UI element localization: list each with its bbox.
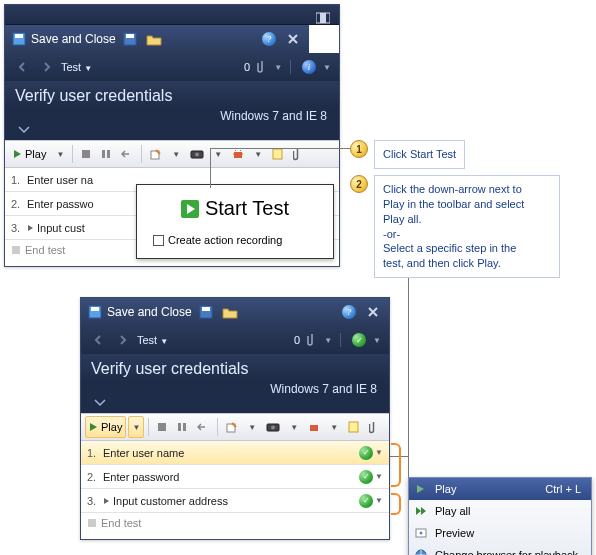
menu-item-play-all[interactable]: Play all bbox=[409, 500, 591, 522]
pause-icon[interactable] bbox=[173, 416, 191, 438]
step-counter: 0 bbox=[244, 61, 250, 73]
title-bar: Save and Close ? bbox=[5, 25, 309, 53]
test-title: Verify user credentials bbox=[91, 360, 379, 378]
prev-icon[interactable] bbox=[13, 57, 33, 77]
test-nav-bar: Test ▼ 0 ▼ ✓ ▼ bbox=[81, 326, 389, 354]
menu-item-play[interactable]: Play Ctrl + L bbox=[409, 478, 591, 500]
svg-rect-1 bbox=[320, 13, 326, 23]
stop-icon[interactable] bbox=[153, 416, 171, 438]
capture-dropdown-caret[interactable]: ▼ bbox=[286, 416, 302, 438]
menu-item-change-browser[interactable]: Change browser for playback bbox=[409, 544, 591, 555]
play-dropdown-caret[interactable]: ▼ bbox=[128, 416, 144, 438]
svg-rect-3 bbox=[15, 34, 23, 38]
note-icon[interactable] bbox=[344, 416, 363, 438]
svg-rect-7 bbox=[102, 150, 105, 158]
step-pass-icon[interactable]: ✓ bbox=[359, 446, 373, 460]
svg-point-11 bbox=[195, 153, 199, 157]
svg-rect-28 bbox=[88, 519, 96, 527]
svg-rect-14 bbox=[12, 246, 20, 254]
edit-step-icon[interactable] bbox=[222, 416, 242, 438]
test-step-row[interactable]: 2. Enter password ✓▼ bbox=[81, 465, 389, 489]
panel-toggle-icon[interactable] bbox=[313, 8, 333, 28]
test-step-row[interactable]: 3. Input customer address ✓▼ bbox=[81, 489, 389, 513]
undo-icon[interactable] bbox=[193, 416, 213, 438]
save-icon[interactable] bbox=[120, 29, 140, 49]
help-icon[interactable]: ? bbox=[259, 29, 279, 49]
note-icon[interactable] bbox=[268, 143, 287, 165]
close-icon[interactable] bbox=[363, 302, 383, 322]
svg-rect-21 bbox=[178, 423, 181, 431]
save-icon[interactable] bbox=[196, 302, 216, 322]
create-action-recording-checkbox[interactable]: Create action recording bbox=[153, 234, 317, 246]
capture-dropdown-caret[interactable]: ▼ bbox=[210, 143, 226, 165]
play-menu: Play Ctrl + L Play all Preview Change br… bbox=[408, 477, 592, 555]
attach-icon[interactable] bbox=[289, 143, 306, 165]
svg-rect-19 bbox=[202, 307, 210, 311]
step-group-brace bbox=[391, 493, 401, 515]
test-toolbar: Play ▼ ▼ ▼ ▼ bbox=[81, 413, 389, 441]
svg-rect-13 bbox=[273, 149, 282, 159]
top-nav-bar bbox=[5, 5, 339, 25]
test-dropdown[interactable]: Test ▼ bbox=[137, 334, 168, 346]
title-bar: Save and Close ? bbox=[81, 298, 389, 326]
environment-bar[interactable]: Windows 7 and IE 8 bbox=[5, 107, 339, 140]
attach-icon[interactable] bbox=[365, 416, 382, 438]
test-title: Verify user credentials bbox=[15, 87, 329, 105]
svg-point-30 bbox=[420, 532, 423, 535]
environment-bar[interactable]: Windows 7 and IE 8 bbox=[81, 380, 389, 413]
expand-icon[interactable] bbox=[27, 224, 35, 232]
preview-icon bbox=[413, 525, 429, 541]
save-close-button[interactable]: Save and Close bbox=[107, 305, 192, 319]
edit-dropdown-caret[interactable]: ▼ bbox=[244, 416, 260, 438]
info-icon[interactable]: i bbox=[299, 57, 319, 77]
next-icon[interactable] bbox=[37, 57, 57, 77]
menu-item-preview[interactable]: Preview bbox=[409, 522, 591, 544]
open-folder-icon[interactable] bbox=[144, 29, 164, 49]
capture-icon[interactable] bbox=[186, 143, 208, 165]
save-close-button[interactable]: Save and Close bbox=[31, 32, 116, 46]
play-dropdown-caret[interactable]: ▼ bbox=[52, 143, 68, 165]
close-icon[interactable] bbox=[283, 29, 303, 49]
save-close-icon bbox=[11, 31, 27, 47]
bug-icon[interactable] bbox=[304, 416, 324, 438]
test-step-row[interactable]: 1. Enter user name ✓▼ bbox=[81, 441, 389, 465]
open-folder-icon[interactable] bbox=[220, 302, 240, 322]
bug-dropdown-caret[interactable]: ▼ bbox=[326, 416, 342, 438]
help-icon[interactable]: ? bbox=[339, 302, 359, 322]
svg-rect-6 bbox=[82, 150, 90, 158]
pause-icon[interactable] bbox=[97, 143, 115, 165]
status-icon[interactable]: ✓ bbox=[349, 330, 369, 350]
callout-badge-2: 2 bbox=[350, 175, 368, 193]
end-test-row: End test bbox=[81, 513, 389, 539]
capture-icon[interactable] bbox=[262, 416, 284, 438]
step-pass-icon[interactable]: ✓ bbox=[359, 470, 373, 484]
undo-icon[interactable] bbox=[117, 143, 137, 165]
svg-rect-5 bbox=[126, 34, 134, 38]
callout-text-2: Click the down-arrow next to Play in the… bbox=[374, 175, 560, 278]
edit-step-icon[interactable] bbox=[146, 143, 166, 165]
test-toolbar: Play ▼ ▼ ▼ ▼ bbox=[5, 140, 339, 168]
browser-icon bbox=[413, 547, 429, 555]
svg-rect-20 bbox=[158, 423, 166, 431]
test-title-block: Verify user credentials bbox=[5, 81, 339, 107]
callout-badge-1: 1 bbox=[350, 140, 368, 158]
test-nav-bar: Test ▼ 0 ▼ i ▼ bbox=[5, 53, 339, 81]
play-all-icon bbox=[413, 503, 429, 519]
svg-rect-8 bbox=[107, 150, 110, 158]
attachment-icon[interactable] bbox=[304, 332, 320, 348]
prev-icon[interactable] bbox=[89, 330, 109, 350]
edit-dropdown-caret[interactable]: ▼ bbox=[168, 143, 184, 165]
attachment-icon[interactable] bbox=[254, 59, 270, 75]
play-button[interactable]: Play bbox=[85, 416, 126, 438]
test-dropdown[interactable]: Test ▼ bbox=[61, 61, 92, 73]
svg-rect-22 bbox=[183, 423, 186, 431]
expand-icon[interactable] bbox=[103, 497, 111, 505]
stop-icon[interactable] bbox=[77, 143, 95, 165]
bug-dropdown-caret[interactable]: ▼ bbox=[250, 143, 266, 165]
step-pass-icon[interactable]: ✓ bbox=[359, 494, 373, 508]
next-icon[interactable] bbox=[113, 330, 133, 350]
test-title-block: Verify user credentials bbox=[81, 354, 389, 380]
start-test-button[interactable]: Start Test bbox=[153, 197, 317, 220]
play-button[interactable]: Play bbox=[9, 143, 50, 165]
bug-icon[interactable] bbox=[228, 143, 248, 165]
